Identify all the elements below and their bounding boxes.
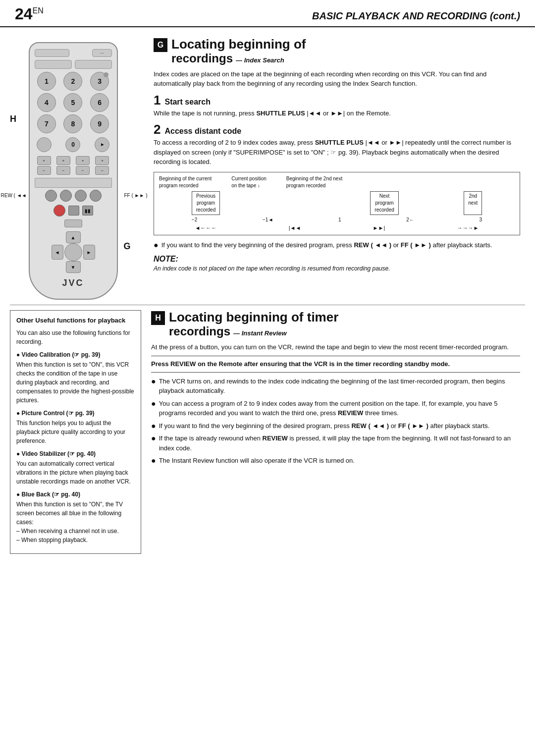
section-g-subtitle: — Index Search	[236, 56, 284, 64]
zero-row: 0 ▶	[35, 137, 112, 152]
jvc-logo: JVC	[35, 278, 112, 288]
press-review-text: Press REVIEW on the Remote after ensurin…	[151, 360, 450, 368]
press-review-box: Press REVIEW on the Remote after ensurin…	[151, 356, 520, 373]
sidebar-item-4-heading: Blue Back (☞ pg. 40)	[16, 490, 135, 499]
num-5[interactable]: 5	[63, 93, 82, 112]
ff-small-btn[interactable]	[75, 190, 87, 202]
transport-row	[35, 190, 112, 202]
step2-title: Access distant code	[164, 127, 241, 136]
play-btn[interactable]	[60, 190, 72, 202]
num-0[interactable]: 0	[65, 137, 80, 152]
num-1[interactable]: 1	[37, 72, 56, 91]
section-h-bullet-5: ● The Instant Review function will also …	[151, 456, 520, 466]
section-h-bullet-3: ● If you want to find the very beginning…	[151, 421, 520, 431]
num-blank-r[interactable]: ▶	[95, 137, 109, 152]
remote-control: ⋯ 1 2 3 4 5 6 7	[29, 42, 118, 300]
section-g-intro: Index codes are placed on the tape at th…	[154, 69, 520, 89]
num-7[interactable]: 7	[37, 114, 56, 133]
remote-btn-wide-l[interactable]	[35, 60, 72, 69]
section-h-header: H Locating beginning of timer recordings…	[151, 310, 520, 338]
num-4[interactable]: 4	[37, 93, 56, 112]
left-column: H ⋯	[0, 32, 144, 305]
section-g-badge: G	[154, 38, 167, 52]
skip-next-btn[interactable]	[90, 190, 102, 202]
sidebar-item-1-body: When this function is set to "ON", this …	[16, 360, 135, 405]
diagram-label-right: Beginning of the 2nd nextprogram recorde…	[286, 175, 342, 189]
nav-right[interactable]: ►	[83, 245, 95, 260]
section-h-badge: H	[151, 311, 165, 325]
num-2[interactable]: 2	[63, 72, 82, 91]
pause-btn[interactable]: ▮▮	[82, 206, 93, 216]
bullet-2-text: You can access a program of 2 to 9 index…	[159, 399, 520, 418]
bullet-dot: ●	[154, 240, 159, 250]
misc-row	[35, 219, 112, 227]
ctrl-minus-2[interactable]: −	[56, 166, 70, 175]
sidebar-item-2-body: This function helps you to adjust the pl…	[16, 419, 135, 445]
nav-down[interactable]: ▼	[66, 261, 81, 273]
sidebar-item-4-body: When this function is set to "ON", the T…	[16, 500, 135, 544]
diagram-label-center: Current positionon the tape ↓	[231, 175, 267, 189]
page-number: 24EN	[15, 5, 44, 23]
step1-header: 1 Start search	[154, 94, 520, 107]
nav-middle-row: ◄ ►	[52, 243, 95, 261]
section-h-subtitle: — Instant Review	[233, 329, 287, 337]
num-8[interactable]: 8	[63, 114, 82, 133]
controls-row: + − + − + − + −	[35, 156, 112, 175]
remote-btn-1[interactable]	[35, 49, 69, 57]
sidebar-intro: You can also use the following functions…	[16, 328, 135, 346]
misc-btn[interactable]	[64, 219, 82, 227]
step2-num: 2	[154, 123, 160, 136]
sidebar-box: Other Useful functions for playback You …	[10, 310, 141, 554]
num-blank-l[interactable]	[37, 137, 52, 152]
index-diagram: Beginning of the currentprogram recorded…	[154, 172, 520, 235]
bottom-area: Other Useful functions for playback You …	[0, 305, 535, 559]
page-title: BASIC PLAYBACK AND RECORDING (cont.)	[312, 10, 520, 22]
ctrl-plus-2[interactable]: +	[56, 156, 70, 165]
tape-box-2nd: 2ndnext	[464, 191, 482, 215]
section-g-title: Locating beginning of recordings — Index…	[171, 37, 306, 65]
ctrl-plus-3[interactable]: +	[76, 156, 90, 165]
ctrl-plus-4[interactable]: +	[95, 156, 109, 165]
rew-label: REW ( ◄◄	[1, 193, 27, 198]
num-9[interactable]: 9	[90, 114, 109, 133]
section-g-title-line2: recordings	[171, 52, 233, 65]
step2-header: 2 Access distant code	[154, 123, 520, 136]
ctrl-minus-3[interactable]: −	[76, 166, 90, 175]
rew-btn[interactable]	[45, 190, 57, 202]
remote-row2	[35, 60, 112, 69]
section-h-title-line2: recordings	[169, 324, 230, 338]
note-block: NOTE: An index code is not placed on the…	[154, 255, 520, 273]
sidebar-item-2-heading: Picture Control (☞ pg. 39)	[16, 409, 135, 418]
ctrl-plus-1[interactable]: +	[37, 156, 51, 165]
display-area	[35, 178, 112, 188]
sidebar-item-1-heading: Video Calibration (☞ pg. 39)	[16, 350, 135, 359]
remote-top-buttons: ⋯	[35, 49, 112, 57]
ctrl-minus-4[interactable]: −	[95, 166, 109, 175]
section-g-bullet: ● If you want to find the very beginning…	[154, 240, 520, 250]
nav-center[interactable]	[64, 243, 82, 261]
step2-body: To access a recording of 2 to 9 index co…	[154, 138, 520, 167]
section-h-title-area: Locating beginning of timer recordings —…	[169, 310, 338, 338]
num-3[interactable]: 3	[90, 72, 109, 91]
num-6[interactable]: 6	[90, 93, 109, 112]
nav-up[interactable]: ▲	[66, 231, 81, 243]
remote-btn-2[interactable]: ⋯	[92, 49, 112, 57]
page-number-suffix: EN	[33, 6, 44, 15]
note-title: NOTE:	[154, 255, 520, 264]
section-h-intro: At the press of a button, you can turn o…	[151, 342, 520, 352]
bullet-5-text: The Instant Review function will also op…	[159, 456, 355, 466]
label-h: H	[10, 114, 16, 124]
rec-btn[interactable]	[54, 205, 65, 216]
nav-left[interactable]: ◄	[52, 245, 63, 260]
section-h: H Locating beginning of timer recordings…	[149, 310, 535, 554]
stop-btn[interactable]	[68, 206, 79, 216]
bullet-text: If you want to find the very beginning o…	[161, 240, 492, 250]
section-g-title-line1: Locating beginning of	[171, 37, 306, 52]
remote-btn-wide-r[interactable]	[75, 60, 112, 69]
ctrl-minus-1[interactable]: −	[37, 166, 51, 175]
page-header: 24EN BASIC PLAYBACK AND RECORDING (cont.…	[0, 0, 535, 27]
ff-label: FF ( ►► )	[124, 193, 147, 198]
main-content: H ⋯	[0, 27, 535, 305]
right-column: G Locating beginning of recordings — Ind…	[144, 32, 535, 305]
sidebar-item-3-body: You can automatically correct vertical v…	[16, 459, 135, 486]
